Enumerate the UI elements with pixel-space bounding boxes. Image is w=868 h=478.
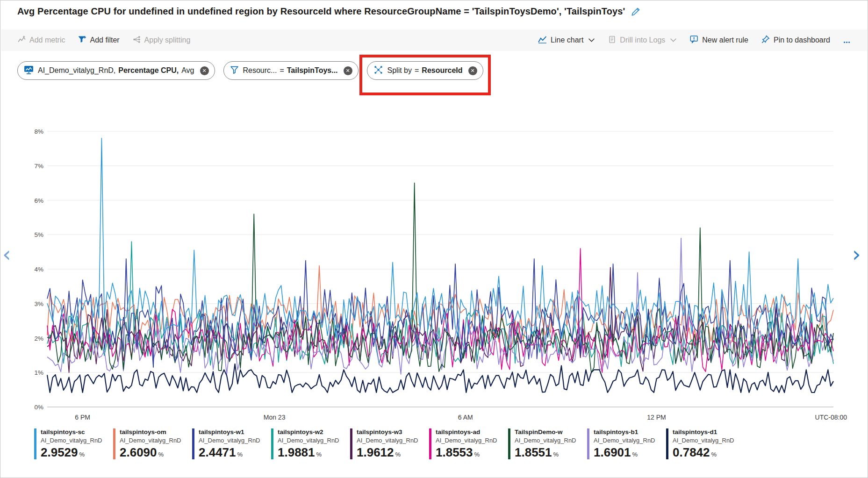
apply-splitting-label: Apply splitting [144, 36, 191, 44]
add-metric-icon [18, 36, 26, 45]
legend-percent-unit: % [632, 451, 638, 458]
legend-series-name: tailspintoys-d1 [673, 428, 734, 436]
more-options-button[interactable]: ... [843, 36, 850, 45]
split-chip-label: Split by [387, 66, 412, 75]
new-alert-rule-label: New alert rule [702, 36, 748, 44]
legend-series-name: tailspintoys-sc [41, 428, 102, 436]
line-chart-icon [538, 36, 547, 45]
apply-splitting-button[interactable]: Apply splitting [133, 36, 191, 45]
apply-splitting-icon [133, 36, 141, 45]
chevron-down-icon [670, 36, 677, 44]
add-filter-button[interactable]: Add filter [78, 36, 119, 45]
legend-percent-unit: % [158, 451, 164, 458]
legend-item[interactable]: tailspintoys-w1 AI_Demo_vitalyg_RnD 2.44… [192, 428, 271, 459]
legend-percent-unit: % [553, 451, 559, 458]
metric-chip-resource: AI_Demo_vitalyg_RnD, [38, 66, 115, 75]
legend-avg-value: 1.8553 [436, 445, 473, 459]
svg-text:4%: 4% [34, 266, 43, 273]
legend-resource-name: AI_Demo_vitalyg_RnD [199, 437, 260, 444]
toolbar-right-group: Line chart Drill into Logs New alert rul… [538, 35, 850, 45]
legend-color-bar [508, 428, 510, 459]
edit-title-pencil-icon[interactable] [631, 7, 641, 17]
legend-item[interactable]: TailspinDemo-w AI_Demo_vitalyg_RnD 1.855… [508, 428, 587, 459]
add-filter-icon [78, 36, 86, 45]
pin-to-dashboard-label: Pin to dashboard [774, 36, 830, 44]
legend-avg-value: 1.9612 [357, 445, 394, 459]
x-axis-tick-label: Mon 23 [264, 414, 286, 421]
new-alert-rule-button[interactable]: New alert rule [690, 35, 748, 45]
legend-item[interactable]: tailspintoys-w3 AI_Demo_vitalyg_RnD 1.96… [350, 428, 429, 459]
legend-item[interactable]: tailspintoys-ad AI_Demo_vitalyg_RnD 1.85… [429, 428, 508, 459]
legend-item[interactable]: tailspintoys-b1 AI_Demo_vitalyg_RnD 1.69… [587, 428, 666, 459]
legend-color-bar [113, 428, 115, 459]
legend-series-name: tailspintoys-w1 [199, 428, 260, 436]
split-chip-highlight-wrapper: Split by = ResourceId ✕ [367, 61, 483, 80]
metric-monitor-icon [24, 65, 34, 77]
filter-chip-property: Resourc... [243, 66, 277, 75]
remove-metric-icon[interactable]: ✕ [200, 66, 209, 75]
x-axis-labels: 6 PMMon 236 AM12 PM [47, 414, 833, 423]
legend-item[interactable]: tailspintoys-sc AI_Demo_vitalyg_RnD 2.95… [34, 428, 113, 459]
chart-title: Avg Percentage CPU for undefined in unde… [17, 6, 625, 17]
filter-chip-equals: = [280, 66, 284, 75]
metric-chip[interactable]: AI_Demo_vitalyg_RnD, Percentage CPU, Avg… [17, 61, 215, 80]
remove-filter-icon[interactable]: ✕ [344, 66, 352, 75]
legend-color-bar [666, 428, 668, 459]
chart-type-label: Line chart [551, 36, 583, 44]
legend-series-name: tailspintoys-ad [436, 428, 497, 436]
filter-chip-value: TailspinToys... [287, 66, 338, 75]
add-metric-button[interactable]: Add metric [18, 36, 65, 45]
legend-percent-unit: % [711, 451, 717, 458]
legend-color-bar [34, 428, 36, 459]
logs-document-icon [608, 36, 616, 45]
pin-to-dashboard-button[interactable]: Pin to dashboard [761, 35, 830, 45]
legend-item[interactable]: tailspintoys-w2 AI_Demo_vitalyg_RnD 1.98… [271, 428, 350, 459]
legend-item[interactable]: tailspintoys-om AI_Demo_vitalyg_RnD 2.60… [113, 428, 192, 459]
svg-text:7%: 7% [34, 163, 43, 170]
scroll-right-chevron[interactable]: › [852, 243, 861, 265]
legend-item[interactable]: tailspintoys-d1 AI_Demo_vitalyg_RnD 0.78… [666, 428, 745, 459]
legend-color-bar [587, 428, 589, 459]
legend-percent-unit: % [237, 451, 243, 458]
metrics-explorer-panel: Avg Percentage CPU for undefined in unde… [0, 0, 868, 478]
add-filter-label: Add filter [90, 36, 119, 44]
chart-type-dropdown[interactable]: Line chart [538, 36, 595, 45]
timezone-label: UTC-08:00 [815, 414, 847, 421]
metric-chip-metric-name: Percentage CPU, [118, 66, 179, 75]
chevron-down-icon [588, 36, 595, 44]
legend-color-bar [271, 428, 273, 459]
add-metric-label: Add metric [29, 36, 65, 44]
drill-into-logs-dropdown[interactable]: Drill into Logs [608, 36, 677, 45]
legend-color-bar [429, 428, 431, 459]
legend-percent-unit: % [79, 451, 85, 458]
legend-percent-unit: % [474, 451, 480, 458]
pin-icon [761, 35, 770, 45]
remove-split-icon[interactable]: ✕ [468, 66, 477, 75]
split-chip-value: ResourceId [422, 66, 462, 75]
legend-avg-value: 1.6901 [594, 445, 631, 459]
legend-avg-value: 1.9881 [278, 445, 315, 459]
alert-bubble-icon [690, 35, 698, 45]
scroll-left-chevron[interactable]: ‹ [2, 243, 11, 265]
split-by-chip[interactable]: Split by = ResourceId ✕ [367, 61, 483, 80]
legend-resource-name: AI_Demo_vitalyg_RnD [436, 437, 497, 444]
legend-avg-value: 2.4471 [199, 445, 236, 459]
legend-avg-value: 1.8551 [515, 445, 552, 459]
legend-series-name: tailspintoys-w2 [278, 428, 339, 436]
legend-percent-unit: % [395, 451, 401, 458]
legend-percent-unit: % [316, 451, 322, 458]
legend-series-name: tailspintoys-w3 [357, 428, 418, 436]
x-axis-tick-label: 6 PM [75, 414, 90, 421]
x-axis-tick-label: 6 AM [458, 414, 473, 421]
svg-text:5%: 5% [34, 231, 43, 238]
legend-avg-value: 0.7842 [673, 445, 710, 459]
split-chip-equals: = [415, 66, 419, 75]
legend-resource-name: AI_Demo_vitalyg_RnD [594, 437, 655, 444]
svg-text:0%: 0% [34, 404, 43, 411]
legend-resource-name: AI_Demo_vitalyg_RnD [120, 437, 181, 444]
toolbar: Add metric Add filter Apply splitting Li… [1, 29, 867, 51]
metrics-line-chart[interactable]: 0%1%2%3%4%5%6%7%8% [0, 123, 868, 413]
legend-avg-value: 2.9529 [41, 445, 78, 459]
legend-resource-name: AI_Demo_vitalyg_RnD [673, 437, 734, 444]
filter-chip[interactable]: Resourc... = TailspinToys... ✕ [223, 61, 359, 80]
